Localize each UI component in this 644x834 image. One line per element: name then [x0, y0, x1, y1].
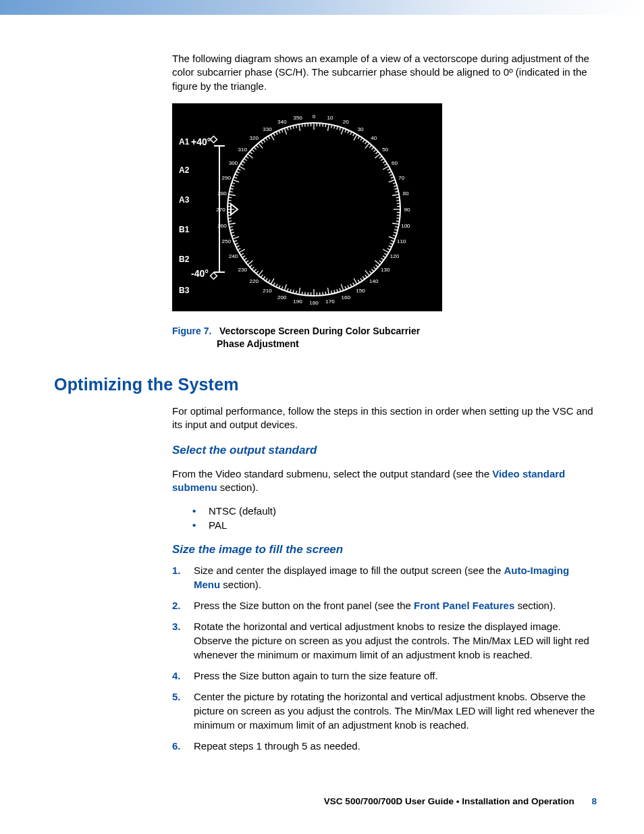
- svg-text:140: 140: [369, 278, 379, 284]
- svg-line-147: [234, 177, 237, 178]
- svg-text:190: 190: [293, 298, 302, 305]
- svg-line-4: [323, 123, 323, 126]
- svg-line-126: [233, 236, 239, 238]
- svg-line-50: [396, 221, 400, 221]
- svg-line-96: [299, 288, 300, 294]
- svg-line-153: [242, 161, 245, 163]
- svg-line-157: [250, 151, 252, 153]
- svg-line-62: [384, 253, 387, 255]
- scope-label-b2: B2: [179, 255, 189, 264]
- svg-line-73: [363, 276, 365, 279]
- svg-text:40: 40: [371, 135, 377, 141]
- svg-text:20: 20: [343, 119, 349, 125]
- svg-line-65: [379, 260, 382, 262]
- svg-text:200: 200: [277, 294, 287, 300]
- svg-line-41: [392, 194, 399, 196]
- svg-text:350: 350: [293, 115, 302, 121]
- svg-text:30: 30: [358, 126, 364, 132]
- svg-text:10: 10: [327, 115, 333, 121]
- svg-line-69: [371, 269, 374, 271]
- svg-line-169: [279, 130, 280, 134]
- svg-line-178: [305, 123, 306, 126]
- svg-rect-221: [211, 136, 217, 142]
- svg-line-176: [299, 124, 300, 131]
- svg-line-150: [238, 169, 240, 170]
- svg-line-159: [254, 147, 257, 150]
- svg-line-131: [229, 223, 236, 224]
- svg-line-31: [383, 166, 389, 170]
- svg-line-87: [325, 292, 326, 295]
- svg-line-51: [392, 223, 399, 224]
- svg-line-28: [381, 159, 384, 161]
- svg-line-21: [365, 143, 370, 149]
- svg-line-113: [254, 269, 257, 271]
- size-image-steps: Size and center the displayed image to f…: [172, 563, 597, 753]
- section-intro: For optimal performance, follow the step…: [172, 405, 597, 432]
- svg-line-114: [252, 267, 254, 269]
- step-5: Center the picture by rotating the horiz…: [172, 689, 597, 732]
- svg-line-13: [348, 130, 349, 134]
- svg-text:60: 60: [392, 160, 398, 166]
- figure-title-1: Vectorscope Screen During Color Subcarri…: [219, 325, 420, 336]
- svg-line-151: [239, 166, 245, 170]
- svg-text:120: 120: [390, 253, 400, 259]
- svg-line-37: [393, 182, 396, 184]
- svg-line-14: [350, 132, 352, 134]
- svg-line-103: [279, 285, 280, 288]
- svg-line-83: [337, 289, 338, 292]
- svg-text:220: 220: [250, 278, 259, 284]
- svg-line-173: [290, 126, 291, 130]
- svg-line-127: [232, 235, 235, 236]
- scope-label-a3: A3: [179, 195, 189, 205]
- svg-line-133: [228, 218, 232, 219]
- svg-line-72: [365, 275, 367, 278]
- intro-paragraph: The following diagram shows an example o…: [172, 52, 597, 93]
- svg-text:150: 150: [356, 287, 365, 293]
- svg-line-60: [387, 248, 390, 249]
- figure-title-2: Phase Adjustment: [217, 338, 597, 350]
- scope-label-b3: B3: [179, 286, 189, 295]
- section-heading-optimizing: Optimizing the System: [54, 375, 597, 394]
- svg-text:0: 0: [313, 113, 316, 120]
- figure-caption: Figure 7. Vectorscope Screen During Colo…: [172, 325, 597, 350]
- svg-line-128: [231, 232, 234, 233]
- svg-line-158: [252, 149, 254, 152]
- svg-line-12: [345, 129, 346, 132]
- svg-line-148: [235, 174, 238, 176]
- svg-line-171: [284, 128, 286, 134]
- svg-line-11: [341, 128, 343, 134]
- select-text-a: From the Video standard submenu, select …: [172, 468, 492, 479]
- svg-line-78: [350, 284, 352, 286]
- svg-line-144: [231, 185, 234, 186]
- svg-text:320: 320: [250, 135, 259, 141]
- step-1: Size and center the displayed image to f…: [172, 563, 597, 592]
- svg-line-164: [265, 138, 267, 140]
- svg-line-5: [325, 124, 326, 127]
- scope-minus40: -40°: [191, 268, 209, 279]
- svg-text:250: 250: [222, 238, 232, 244]
- svg-line-77: [353, 282, 354, 285]
- svg-line-109: [263, 276, 265, 279]
- svg-line-42: [396, 197, 400, 198]
- svg-line-116: [248, 261, 253, 265]
- link-front-panel-features[interactable]: Front Panel Features: [414, 600, 514, 611]
- svg-text:80: 80: [402, 190, 408, 197]
- svg-text:230: 230: [238, 266, 248, 272]
- select-output-text: From the Video standard submenu, select …: [172, 467, 597, 495]
- svg-line-43: [396, 200, 400, 201]
- svg-line-79: [348, 285, 349, 288]
- scope-label-a2: A2: [179, 165, 189, 175]
- step-6: Repeat steps 1 through 5 as needed.: [172, 739, 597, 753]
- svg-line-15: [353, 133, 354, 136]
- svg-line-80: [345, 286, 346, 290]
- svg-line-19: [363, 139, 365, 142]
- svg-line-111: [259, 270, 263, 276]
- scope-label-a1: A1: [179, 137, 189, 147]
- subheading-size-image: Size the image to fill the screen: [172, 543, 597, 556]
- svg-line-156: [248, 153, 253, 158]
- step-3: Rotate the horizontal and vertical adjus…: [172, 619, 597, 662]
- bullet-pal: PAL: [192, 519, 597, 531]
- bullet-ntsc: NTSC (default): [192, 505, 597, 517]
- svg-text:160: 160: [342, 294, 351, 300]
- svg-line-49: [396, 218, 400, 219]
